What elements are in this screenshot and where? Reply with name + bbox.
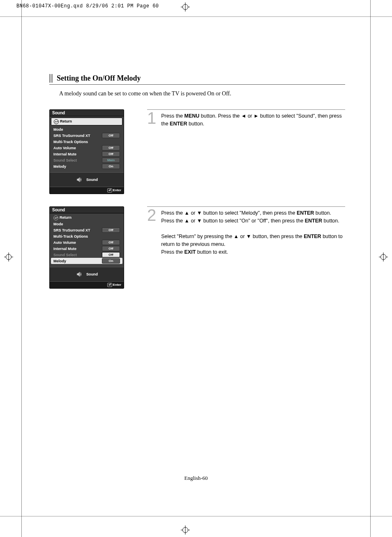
osd-footer: Sound: [50, 267, 124, 282]
trim-line: [21, 0, 22, 537]
osd-title: Sound: [50, 110, 124, 116]
osd-menu-screenshot: Sound ⮐Return Mode SRS TruSurround XTOff…: [49, 206, 124, 289]
osd-row-internalmute: Internal MuteOff: [51, 245, 122, 252]
trim-line: [0, 16, 392, 17]
osd-row-melody: MelodyOn: [51, 163, 122, 169]
section-title: Setting the On/Off Melody: [57, 74, 141, 83]
registration-mark-icon: [4, 252, 13, 262]
down-arrow-icon: ▼: [246, 233, 251, 241]
return-label: Return: [60, 215, 71, 220]
up-arrow-icon: ▲: [184, 217, 189, 225]
osd-row-autovolume: Auto VolumeOff: [51, 239, 122, 245]
step-1: Sound ⮐Return Mode SRS TruSurround XTOff…: [49, 109, 345, 194]
osd-row-multitrack: Multi-Track Options: [51, 139, 122, 145]
osd-footer-label: Sound: [86, 178, 98, 182]
up-arrow-icon: ▲: [234, 233, 239, 241]
osd-row-multitrack: Multi-Track Options: [51, 233, 122, 239]
registration-mark-icon: [181, 525, 190, 535]
down-arrow-icon: ▼: [197, 217, 202, 225]
osd-row-autovolume: Auto VolumeOff: [51, 145, 122, 151]
enter-icon: ⏎: [107, 188, 112, 192]
down-arrow-icon: ▼: [197, 209, 202, 217]
osd-row-mode: Mode: [51, 221, 122, 227]
speaker-icon: [76, 271, 84, 278]
print-header: BN68-01047X-00Eng.qxd 8/29/06 2:01 PM Pa…: [16, 3, 159, 9]
osd-enter-strip: ⏎Enter: [50, 187, 124, 194]
step-instructions: Press the ▲ or ▼ button to select "Melod…: [161, 209, 345, 256]
osd-row-melody: MelodyOn: [51, 258, 122, 264]
registration-mark-icon: [379, 252, 388, 262]
trim-line: [0, 516, 392, 516]
osd-menu-screenshot: Sound ⮐Return Mode SRS TruSurround XTOff…: [49, 109, 124, 194]
right-arrow-icon: ►: [254, 112, 258, 120]
step-number: 1: [147, 110, 156, 126]
osd-row-internalmute: Internal MuteOff: [51, 151, 122, 157]
return-label: Return: [60, 119, 72, 123]
osd-row-mode: Mode: [51, 126, 122, 132]
return-icon: ⮐: [54, 119, 59, 124]
page-footer: English-60: [0, 475, 392, 481]
osd-row-soundselect: Sound SelectMain: [51, 157, 122, 163]
enter-icon: ⏎: [107, 283, 112, 287]
osd-return-row: ⮐Return: [51, 215, 122, 221]
trim-line: [370, 0, 371, 537]
osd-title: Sound: [50, 207, 124, 213]
step-number: 2: [147, 207, 156, 223]
step-2: Sound ⮐Return Mode SRS TruSurround XTOff…: [49, 206, 345, 289]
registration-mark-icon: [181, 2, 190, 12]
intro-text: A melody sound can be set to come on whe…: [59, 90, 345, 97]
osd-row-srs: SRS TruSurround XTOff: [51, 227, 122, 233]
osd-enter-strip: ⏎Enter: [50, 282, 124, 288]
section-heading: Setting the On/Off Melody: [49, 74, 345, 85]
up-arrow-icon: ▲: [184, 209, 189, 217]
osd-footer-label: Sound: [86, 272, 98, 276]
heading-bars-icon: [49, 74, 53, 83]
osd-row-srs: SRS TruSurround XTOff: [51, 132, 122, 139]
left-arrow-icon: ◄: [241, 112, 246, 120]
osd-footer: Sound: [50, 172, 124, 187]
speaker-icon: [76, 176, 84, 183]
step-instructions: Press the MENU button. Press the ◄ or ► …: [161, 112, 345, 128]
return-icon: ⮐: [53, 215, 58, 220]
osd-row-soundselect: Sound SelectOff: [51, 252, 122, 258]
osd-return-row: ⮐Return: [51, 118, 122, 125]
